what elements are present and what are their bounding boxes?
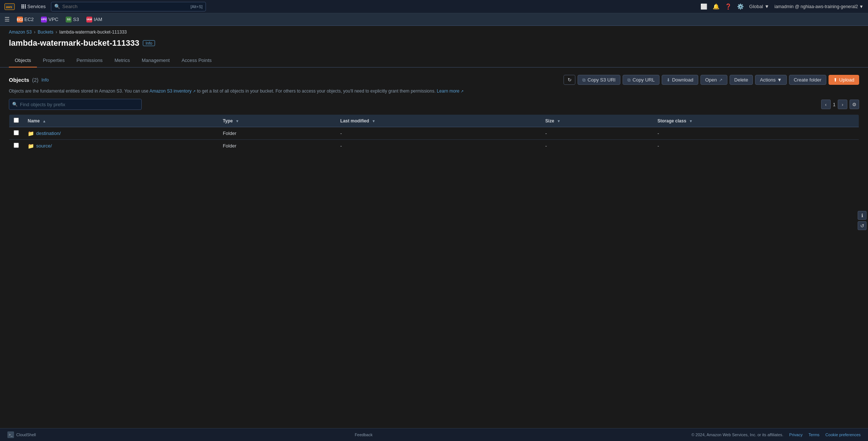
iam-icon: IAM bbox=[86, 17, 92, 22]
objects-section: Objects (2) Info ↻ ⧉ Copy S3 URI ⧉ Copy … bbox=[0, 67, 868, 160]
page-title: lambda-watermark-bucket-111333 bbox=[9, 38, 139, 48]
pagination-row: ‹ 1 › ⚙ bbox=[821, 100, 859, 109]
page-header: lambda-watermark-bucket-111333 Info bbox=[0, 37, 868, 54]
tabs-bar: Objects Properties Permissions Metrics M… bbox=[0, 54, 868, 67]
vpc-icon: VPC bbox=[41, 17, 47, 22]
cloudshell-button[interactable]: >_ CloudShell bbox=[7, 431, 36, 438]
objects-desc-mid: to get a list of all objects in your buc… bbox=[197, 88, 436, 94]
objects-table: Name ▲ Type ▼ Last modified ▼ Size ▼ bbox=[9, 114, 859, 152]
right-panel-reload-icon[interactable]: ↺ bbox=[858, 221, 867, 230]
th-size[interactable]: Size ▼ bbox=[541, 115, 653, 127]
select-all-checkbox[interactable] bbox=[14, 118, 19, 123]
folder-link-0[interactable]: 📁 destination/ bbox=[28, 131, 214, 136]
upload-label: Upload bbox=[839, 77, 854, 83]
tab-access-points[interactable]: Access Points bbox=[176, 54, 218, 67]
favorites-ec2[interactable]: EC2 EC2 bbox=[14, 15, 37, 24]
copy-url-button[interactable]: ⧉ Copy URL bbox=[623, 75, 659, 85]
search-row: 🔍 ‹ 1 › ⚙ bbox=[9, 99, 859, 110]
help-icon[interactable]: ❓ bbox=[725, 3, 732, 10]
row-type-cell: Folder bbox=[218, 127, 336, 140]
row-checkbox-1[interactable] bbox=[14, 143, 19, 148]
info-badge[interactable]: Info bbox=[143, 40, 155, 46]
global-search-input[interactable] bbox=[62, 4, 188, 9]
last-modified-sort-icon: ▼ bbox=[372, 119, 375, 123]
aws-logo[interactable]: aws bbox=[4, 3, 15, 10]
page-number: 1 bbox=[833, 102, 836, 107]
th-name[interactable]: Name ▲ bbox=[23, 115, 218, 127]
search-shortcut: [Alt+S] bbox=[190, 4, 203, 9]
folder-link-1[interactable]: 📁 source/ bbox=[28, 143, 214, 149]
download-button[interactable]: ⬇ Download bbox=[662, 75, 698, 85]
row-last-modified-cell: - bbox=[336, 127, 541, 140]
region-selector[interactable]: Global ▼ bbox=[749, 4, 769, 9]
pagination-next-button[interactable]: › bbox=[838, 100, 847, 109]
objects-title-row: Objects (2) Info bbox=[9, 77, 49, 83]
favorites-iam[interactable]: IAM IAM bbox=[83, 15, 105, 24]
right-panel-info-icon[interactable]: ℹ bbox=[858, 211, 867, 220]
cloudshell-icon: >_ bbox=[7, 431, 14, 438]
row-checkbox-0[interactable] bbox=[14, 130, 19, 135]
th-checkbox bbox=[9, 115, 24, 127]
objects-description: Objects are the fundamental entities sto… bbox=[9, 88, 859, 94]
objects-search-icon: 🔍 bbox=[12, 102, 18, 107]
tab-permissions[interactable]: Permissions bbox=[70, 54, 108, 67]
create-folder-button[interactable]: Create folder bbox=[789, 75, 826, 85]
th-last-modified[interactable]: Last modified ▼ bbox=[336, 115, 541, 127]
s3-inventory-link[interactable]: Amazon S3 inventory ↗ bbox=[149, 88, 196, 94]
breadcrumb: Amazon S3 › Buckets › lambda-watermark-b… bbox=[0, 26, 868, 37]
terms-link[interactable]: Terms bbox=[809, 433, 820, 437]
privacy-link[interactable]: Privacy bbox=[789, 433, 803, 437]
menu-toggle-button[interactable]: ☰ bbox=[4, 16, 10, 23]
cookie-prefs-link[interactable]: Cookie preferences bbox=[826, 433, 861, 437]
terminal-icon[interactable]: ⬜ bbox=[700, 3, 707, 10]
user-menu[interactable]: iamadmin @ nghiaa-aws-training-general2 … bbox=[774, 4, 864, 9]
ec2-label: EC2 bbox=[24, 17, 34, 22]
learn-more-link[interactable]: Learn more ↗ bbox=[437, 88, 464, 94]
svg-text:aws: aws bbox=[6, 5, 12, 9]
tab-management[interactable]: Management bbox=[136, 54, 176, 67]
objects-header: Objects (2) Info ↻ ⧉ Copy S3 URI ⧉ Copy … bbox=[9, 75, 859, 85]
favorites-s3[interactable]: S3 S3 bbox=[63, 15, 82, 24]
services-label: Services bbox=[27, 4, 46, 9]
search-icon: 🔍 bbox=[54, 4, 60, 9]
objects-search-bar[interactable]: 🔍 bbox=[9, 99, 142, 110]
delete-button[interactable]: Delete bbox=[730, 75, 753, 85]
row-type-cell: Folder bbox=[218, 140, 336, 152]
upload-button[interactable]: ⬆ Upload bbox=[829, 75, 859, 85]
table-header-row: Name ▲ Type ▼ Last modified ▼ Size ▼ bbox=[9, 115, 859, 127]
settings-icon[interactable]: ⚙️ bbox=[737, 3, 744, 10]
tab-properties[interactable]: Properties bbox=[37, 54, 70, 67]
bell-icon[interactable]: 🔔 bbox=[713, 3, 720, 10]
open-button[interactable]: Open ↗ bbox=[700, 75, 727, 85]
services-button[interactable]: Services bbox=[19, 3, 48, 10]
tab-metrics[interactable]: Metrics bbox=[108, 54, 136, 67]
iam-label: IAM bbox=[94, 17, 102, 22]
th-storage-class[interactable]: Storage class ▼ bbox=[653, 115, 859, 127]
main-content: Amazon S3 › Buckets › lambda-watermark-b… bbox=[0, 26, 868, 428]
breadcrumb-buckets-link[interactable]: Buckets bbox=[38, 29, 54, 35]
action-buttons: ↻ ⧉ Copy S3 URI ⧉ Copy URL ⬇ Download Op… bbox=[564, 75, 859, 85]
refresh-icon: ↻ bbox=[568, 77, 572, 83]
actions-button[interactable]: Actions ▼ bbox=[755, 75, 787, 85]
tab-objects[interactable]: Objects bbox=[9, 54, 37, 67]
global-search-bar[interactable]: 🔍 [Alt+S] bbox=[51, 2, 206, 11]
folder-icon-1: 📁 bbox=[28, 143, 34, 149]
pagination-settings-button[interactable]: ⚙ bbox=[850, 100, 859, 109]
copy-s3-uri-button[interactable]: ⧉ Copy S3 URI bbox=[578, 75, 620, 85]
th-type[interactable]: Type ▼ bbox=[218, 115, 336, 127]
breadcrumb-s3-link[interactable]: Amazon S3 bbox=[9, 29, 32, 35]
favorites-vpc[interactable]: VPC VPC bbox=[38, 15, 61, 24]
name-sort-icon: ▲ bbox=[42, 119, 46, 123]
footer: >_ CloudShell Feedback © 2024, Amazon We… bbox=[0, 428, 868, 441]
feedback-link[interactable]: Feedback bbox=[355, 433, 372, 437]
cloudshell-label: CloudShell bbox=[16, 433, 36, 437]
objects-search-input[interactable] bbox=[20, 102, 138, 107]
refresh-button[interactable]: ↻ bbox=[564, 75, 575, 85]
row-storage-class-cell: - bbox=[653, 127, 859, 140]
pagination-prev-button[interactable]: ‹ bbox=[821, 100, 831, 109]
download-label: Download bbox=[672, 77, 693, 83]
objects-info-link[interactable]: Info bbox=[41, 77, 49, 83]
delete-label: Delete bbox=[734, 77, 748, 83]
upload-icon: ⬆ bbox=[833, 77, 837, 83]
breadcrumb-current: lambda-watermark-bucket-111333 bbox=[59, 29, 127, 35]
